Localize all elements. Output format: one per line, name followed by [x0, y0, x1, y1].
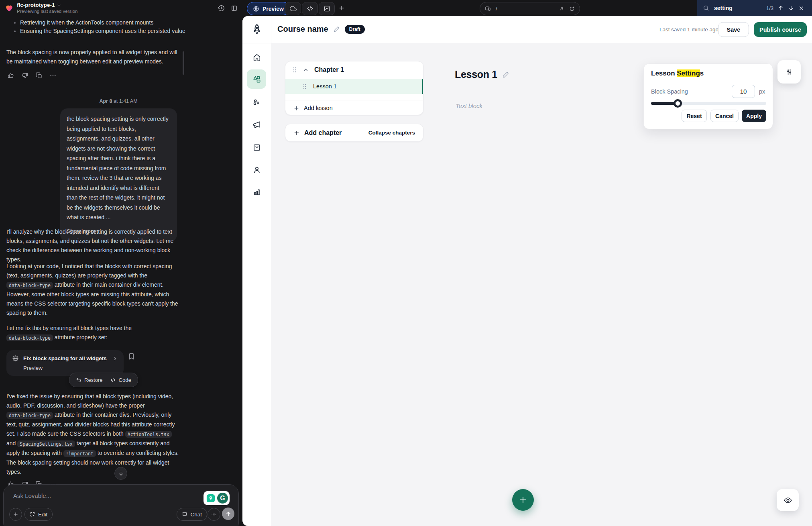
project-status: Previewing last saved version [17, 9, 78, 14]
find-next-icon[interactable] [788, 5, 794, 11]
bookmark-icon[interactable] [128, 353, 135, 360]
chevron-down-icon [57, 3, 61, 7]
text-block-placeholder[interactable]: Text block [456, 102, 482, 109]
find-close-icon[interactable] [798, 5, 804, 11]
megaphone-icon [252, 120, 261, 129]
circles-icon [252, 98, 261, 107]
url-path: / [496, 6, 497, 12]
send-button[interactable] [222, 508, 234, 520]
analytics-button[interactable] [319, 2, 335, 15]
composer-input[interactable] [12, 492, 142, 499]
settings-toggle-button[interactable] [777, 60, 801, 84]
sidebar-item-analytics[interactable] [242, 182, 271, 202]
bar-chart-icon [252, 188, 261, 196]
shapes-icon [252, 75, 261, 84]
edit-lesson-name-icon[interactable] [502, 71, 509, 78]
thumbs-up-icon[interactable] [7, 72, 14, 79]
restore-icon [76, 377, 81, 383]
thumbs-down-icon[interactable] [21, 72, 28, 79]
app-preview: Course name Draft Last saved 1 minute ag… [242, 16, 812, 526]
apply-button[interactable]: Apply [742, 110, 766, 122]
reset-button[interactable]: Reset [682, 110, 707, 122]
open-external-icon[interactable] [559, 6, 564, 12]
grammarly-g-icon: G [217, 493, 228, 504]
preview-label: Preview [263, 6, 284, 12]
sidebar-item-marketing[interactable] [242, 115, 271, 134]
search-icon [703, 5, 709, 11]
chat-scrollbar-thumb[interactable] [183, 51, 184, 75]
find-prev-icon[interactable] [777, 5, 784, 11]
preview-button[interactable]: Preview [247, 2, 290, 15]
draft-status-badge: Draft [345, 25, 365, 34]
timestamp-date: Apr 8 [99, 98, 112, 104]
add-tab-icon[interactable] [336, 3, 347, 13]
add-block-fab[interactable] [512, 489, 534, 511]
drag-handle-icon[interactable] [292, 67, 297, 73]
line-chart-icon [324, 5, 330, 12]
eye-icon [784, 496, 792, 505]
assistant-paragraph-1: I'll analyze why the block spacing setti… [6, 227, 179, 264]
lesson-list-item[interactable]: Lesson 1 [285, 79, 423, 94]
shopping-bag-icon [252, 143, 261, 152]
code-button[interactable]: Code [110, 377, 131, 383]
chat-paragraph: The block spacing is now properly applie… [6, 48, 179, 66]
drag-handle-icon[interactable] [302, 83, 307, 90]
edit-course-name-icon[interactable] [333, 26, 340, 33]
scroll-to-bottom-button[interactable] [114, 467, 127, 480]
message-actions [7, 72, 57, 79]
chat-mode-button[interactable]: Chat [177, 508, 207, 521]
edit-mode-button[interactable]: Edit [24, 508, 53, 521]
person-icon [252, 165, 261, 174]
project-name: flc-prototype-1 [17, 2, 55, 8]
lesson-settings-panel: Lesson Settings Block Spacing px Reset C… [643, 63, 773, 129]
copy-icon[interactable] [35, 72, 43, 79]
attach-button[interactable] [9, 508, 22, 521]
user-message-bubble: the block spacing setting is only correc… [60, 108, 177, 242]
block-spacing-slider[interactable] [651, 102, 766, 105]
more-options-icon[interactable] [49, 72, 57, 79]
slider-thumb[interactable] [674, 99, 682, 108]
block-spacing-input[interactable] [732, 85, 755, 98]
publish-course-button[interactable]: Publish course [754, 22, 807, 37]
edit-action-card[interactable]: Fix block spacing for all widgets Previe… [6, 350, 124, 376]
cancel-button[interactable]: Cancel [710, 110, 739, 122]
add-chapter-button[interactable]: Add chapter [304, 129, 342, 137]
code-view-button[interactable] [302, 2, 318, 15]
plus-icon [519, 495, 527, 504]
panel-layout-icon[interactable] [229, 3, 239, 13]
find-input[interactable] [713, 4, 762, 12]
project-switcher[interactable]: flc-prototype-1 Previewing last saved ve… [17, 2, 78, 14]
chat-bubble-icon [182, 512, 187, 517]
sidebar-item-commerce[interactable] [242, 138, 271, 157]
code-label: Code [119, 377, 131, 383]
chevron-up-icon[interactable] [303, 67, 309, 73]
chat-composer[interactable]: G Edit Chat [3, 484, 239, 526]
sidebar-item-community[interactable] [242, 93, 271, 112]
settings-title-prefix: Lesson [651, 69, 677, 77]
collapse-chapters-button[interactable]: Collapse chapters [368, 130, 415, 136]
globe-icon [12, 355, 19, 362]
preview-eye-button[interactable] [777, 489, 799, 511]
restore-label: Restore [84, 377, 103, 383]
lovable-logo-icon[interactable] [5, 4, 14, 12]
history-icon[interactable] [216, 3, 226, 13]
add-lesson-button[interactable]: Add lesson [285, 100, 423, 115]
sidebar-item-people[interactable] [242, 160, 271, 179]
save-button[interactable]: Save [718, 22, 749, 37]
restore-button[interactable]: Restore [76, 377, 103, 383]
sidebar-item-home[interactable] [242, 48, 271, 67]
sidebar-item-content-active[interactable] [247, 69, 266, 89]
add-chapter-card: Add chapter Collapse chapters [285, 124, 423, 142]
select-edit-icon [30, 512, 35, 517]
block-spacing-unit: px [759, 88, 765, 95]
lesson-item-label: Lesson 1 [313, 83, 337, 90]
url-bar[interactable]: / [480, 2, 580, 15]
app-root: flc-prototype-1 Previewing last saved ve… [0, 0, 812, 526]
grammarly-suggestion-icon [205, 493, 216, 504]
lesson-heading: Lesson 1 [455, 69, 497, 80]
refresh-icon[interactable] [569, 6, 575, 12]
grammarly-widget[interactable]: G [204, 491, 230, 505]
cloud-button[interactable] [285, 2, 301, 15]
rocket-icon[interactable] [251, 23, 263, 35]
voice-input-button[interactable] [208, 508, 220, 521]
